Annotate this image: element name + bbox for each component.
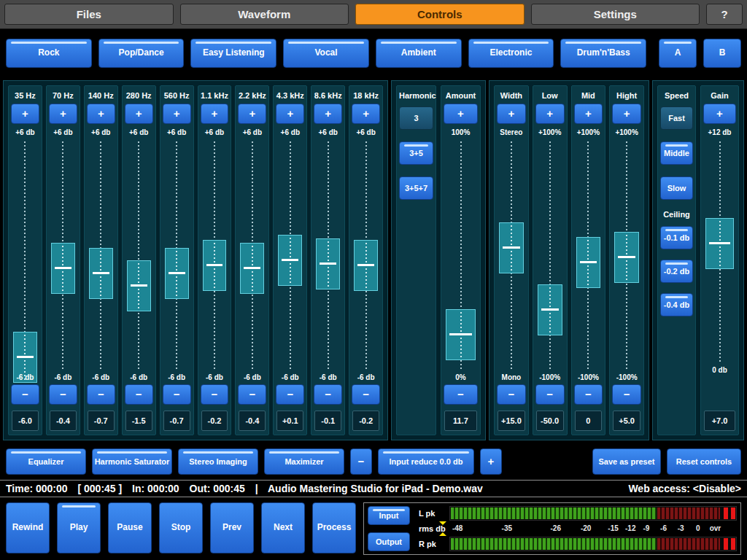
preset-electronic[interactable]: Electronic <box>468 39 554 68</box>
band-increase-button[interactable]: + <box>314 104 342 124</box>
fader-handle[interactable] <box>89 248 113 299</box>
band-increase-button[interactable]: + <box>238 104 266 124</box>
reset-controls-button[interactable]: Reset controls <box>667 448 741 475</box>
band-decrease-button[interactable]: − <box>238 384 266 405</box>
fader-handle[interactable] <box>51 243 75 294</box>
pause-button[interactable]: Pause <box>108 502 152 553</box>
preset-vocal[interactable]: Vocal <box>283 39 369 68</box>
preset-ambient[interactable]: Ambient <box>376 39 462 68</box>
fader-handle[interactable] <box>538 284 562 335</box>
preset-drum-n-bass[interactable]: Drum'n'Bass <box>560 39 646 68</box>
band-increase-button[interactable]: + <box>87 104 115 124</box>
ceiling-0-1db-button[interactable]: -0.1 db <box>660 226 693 249</box>
band-fader[interactable]: +6 db -6 db <box>125 127 153 383</box>
stereo-imaging-toggle-button[interactable]: Stereo Imaging <box>178 448 258 475</box>
save-as-preset-button[interactable]: Save as preset <box>592 448 661 475</box>
band-fader[interactable]: +6 db -6 db <box>49 127 77 383</box>
preset-pop-dance[interactable]: Pop/Dance <box>98 39 185 68</box>
channel-increase-button[interactable]: + <box>612 104 641 124</box>
band-fader[interactable]: +6 db -6 db <box>11 127 39 383</box>
fader-handle[interactable] <box>614 232 639 283</box>
band-increase-button[interactable]: + <box>125 104 153 124</box>
channel-decrease-button[interactable]: − <box>497 384 526 405</box>
process-button[interactable]: Process <box>312 502 356 553</box>
tab-files[interactable]: Files <box>4 4 174 25</box>
tab-settings[interactable]: Settings <box>531 4 700 25</box>
rewind-button[interactable]: Rewind <box>6 502 50 553</box>
channel-fader[interactable]: +100% -100% <box>535 127 565 383</box>
harmonic-mode-3-5-button[interactable]: 3+5 <box>399 141 433 165</box>
tab-controls[interactable]: Controls <box>355 4 525 25</box>
equalizer-toggle-button[interactable]: Equalizer <box>6 448 86 475</box>
fader-handle[interactable] <box>278 235 302 286</box>
band-increase-button[interactable]: + <box>201 104 229 124</box>
speed-fast-button[interactable]: Fast <box>660 106 693 130</box>
fader-handle[interactable] <box>203 240 227 291</box>
amount-increase-button[interactable]: + <box>444 104 478 124</box>
next-button[interactable]: Next <box>261 502 305 553</box>
tab-waveform[interactable]: Waveform <box>180 4 349 25</box>
fader-handle[interactable] <box>127 260 151 311</box>
fader-handle[interactable] <box>354 240 378 291</box>
channel-increase-button[interactable]: + <box>535 104 565 124</box>
band-fader[interactable]: +6 db -6 db <box>87 127 115 383</box>
fader-handle[interactable] <box>705 218 734 269</box>
gain-fader[interactable]: +12 db 0 db <box>703 127 736 376</box>
band-fader[interactable]: +6 db -6 db <box>238 127 266 383</box>
fader-handle[interactable] <box>316 238 340 289</box>
band-decrease-button[interactable]: − <box>125 384 153 405</box>
harmonic-saturator-toggle-button[interactable]: Harmonic Saturator <box>92 448 172 475</box>
band-decrease-button[interactable]: − <box>314 384 342 405</box>
preset-a-button[interactable]: A <box>659 39 697 68</box>
maximizer-toggle-button[interactable]: Maximizer <box>264 448 344 475</box>
prev-button[interactable]: Prev <box>210 502 254 553</box>
band-increase-button[interactable]: + <box>352 104 380 124</box>
amount-fader[interactable]: 100% 0% <box>444 127 478 383</box>
help-button[interactable]: ? <box>706 4 743 25</box>
input-reduce-increase-button[interactable]: + <box>480 448 502 475</box>
speed-slow-button[interactable]: Slow <box>660 176 693 200</box>
speed-middle-button[interactable]: Middle <box>660 141 693 165</box>
harmonic-mode-3-button[interactable]: 3 <box>399 106 433 130</box>
band-fader[interactable]: +6 db -6 db <box>352 127 380 383</box>
band-increase-button[interactable]: + <box>11 104 39 124</box>
gain-increase-button[interactable]: + <box>703 104 736 124</box>
band-decrease-button[interactable]: − <box>49 384 77 405</box>
band-increase-button[interactable]: + <box>163 104 191 124</box>
stop-button[interactable]: Stop <box>159 502 203 553</box>
band-decrease-button[interactable]: − <box>276 384 304 405</box>
fader-handle[interactable] <box>446 309 476 360</box>
band-decrease-button[interactable]: − <box>352 384 380 405</box>
fader-handle[interactable] <box>499 222 524 273</box>
band-decrease-button[interactable]: − <box>163 384 191 405</box>
band-decrease-button[interactable]: − <box>201 384 229 405</box>
band-increase-button[interactable]: + <box>49 104 77 124</box>
fader-handle[interactable] <box>165 248 189 299</box>
band-increase-button[interactable]: + <box>276 104 304 124</box>
input-button[interactable]: Input <box>368 506 410 525</box>
output-button[interactable]: Output <box>368 532 410 551</box>
channel-increase-button[interactable]: + <box>497 104 526 124</box>
preset-rock[interactable]: Rock <box>6 39 92 68</box>
band-fader[interactable]: +6 db -6 db <box>201 127 229 383</box>
band-decrease-button[interactable]: − <box>11 384 39 405</box>
preset-b-button[interactable]: B <box>703 39 741 68</box>
band-fader[interactable]: +6 db -6 db <box>314 127 342 383</box>
play-button[interactable]: Play <box>57 502 101 553</box>
preset-easy-listening[interactable]: Easy Listening <box>190 39 276 68</box>
band-decrease-button[interactable]: − <box>87 384 115 405</box>
input-reduce-button[interactable]: Input reduce 0.0 db <box>378 448 474 475</box>
ceiling-0-2db-button[interactable]: -0.2 db <box>660 260 693 283</box>
harmonic-mode-3-5-7-button[interactable]: 3+5+7 <box>399 176 433 200</box>
channel-fader[interactable]: Stereo Mono <box>497 127 526 383</box>
channel-decrease-button[interactable]: − <box>535 384 565 405</box>
band-fader[interactable]: +6 db -6 db <box>163 127 191 383</box>
channel-increase-button[interactable]: + <box>574 104 603 124</box>
fader-handle[interactable] <box>576 237 601 288</box>
channel-fader[interactable]: +100% -100% <box>574 127 603 383</box>
channel-decrease-button[interactable]: − <box>612 384 641 405</box>
ceiling-0-4db-button[interactable]: -0.4 db <box>660 293 693 316</box>
band-fader[interactable]: +6 db -6 db <box>276 127 304 383</box>
fader-handle[interactable] <box>240 243 264 294</box>
channel-fader[interactable]: +100% -100% <box>612 127 641 383</box>
